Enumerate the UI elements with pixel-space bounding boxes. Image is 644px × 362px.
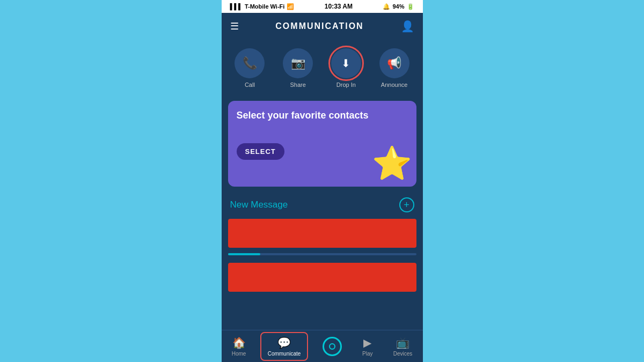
svg-point-0	[330, 344, 335, 349]
announce-label: Announce	[381, 82, 408, 88]
content-area: Select your favorite contacts SELECT ⭐ N…	[222, 94, 423, 330]
announce-action[interactable]: 📢 Announce	[379, 48, 409, 88]
bottom-nav: 🏠 Home 💬 Communicate ▶ Play 📺 Devices	[222, 330, 423, 362]
actions-row: 📞 Call 📷 Share ⬇ Drop In 📢 Announce	[222, 40, 423, 94]
star-character: ⭐	[372, 144, 412, 182]
time-display: 10:33 AM	[325, 3, 353, 10]
page-title: COMMUNICATION	[239, 21, 401, 31]
home-icon: 🏠	[232, 336, 246, 349]
share-label: Share	[290, 82, 305, 88]
nav-devices[interactable]: 📺 Devices	[387, 333, 419, 360]
call-label: Call	[245, 82, 255, 88]
alarm-icon: 🔔	[383, 3, 390, 10]
communicate-label: Communicate	[268, 351, 301, 357]
nav-communicate[interactable]: 💬 Communicate	[260, 332, 309, 361]
communicate-icon: 💬	[277, 336, 291, 349]
nav-alexa[interactable]	[316, 334, 348, 359]
dropin-icon: ⬇	[341, 57, 350, 70]
plus-icon: +	[404, 200, 409, 211]
signal-icon: ▌▌▌	[230, 3, 243, 10]
call-button[interactable]: 📞	[235, 48, 265, 78]
status-left: ▌▌▌ T-Mobile Wi-Fi 📶	[230, 3, 295, 10]
play-label: Play	[362, 351, 372, 357]
new-message-button[interactable]: +	[399, 197, 414, 212]
call-action[interactable]: 📞 Call	[235, 48, 265, 88]
profile-icon[interactable]: 👤	[401, 20, 414, 33]
play-icon: ▶	[363, 336, 371, 349]
scroll-bar	[228, 253, 416, 255]
announce-button[interactable]: 📢	[379, 48, 409, 78]
new-message-row: New Message +	[222, 193, 423, 217]
nav-home[interactable]: 🏠 Home	[225, 333, 253, 360]
devices-icon: 📺	[396, 336, 409, 349]
wifi-icon: 📶	[287, 3, 294, 10]
call-icon: 📞	[243, 56, 257, 70]
nav-play[interactable]: ▶ Play	[356, 333, 379, 360]
menu-icon[interactable]: ☰	[230, 20, 239, 32]
dropin-button[interactable]: ⬇	[331, 48, 361, 78]
status-bar: ▌▌▌ T-Mobile Wi-Fi 📶 10:33 AM 🔔 94% 🔋	[222, 0, 423, 13]
favorites-card: Select your favorite contacts SELECT ⭐	[228, 101, 416, 187]
select-button[interactable]: SELECT	[237, 143, 284, 160]
alexa-ring-icon	[323, 337, 342, 356]
dropin-label: Drop In	[336, 82, 356, 88]
devices-label: Devices	[393, 351, 413, 357]
carrier-label: T-Mobile Wi-Fi	[245, 3, 284, 10]
new-message-label: New Message	[230, 200, 288, 210]
announce-icon: 📢	[387, 56, 401, 70]
status-right: 🔔 94% 🔋	[383, 3, 414, 10]
dropin-action[interactable]: ⬇ Drop In	[331, 48, 361, 88]
scroll-indicator	[228, 253, 260, 255]
message-item-1[interactable]	[228, 219, 416, 248]
header: ☰ COMMUNICATION 👤	[222, 13, 423, 40]
home-label: Home	[232, 351, 246, 357]
favorites-title: Select your favorite contacts	[237, 109, 408, 122]
phone-screen: ▌▌▌ T-Mobile Wi-Fi 📶 10:33 AM 🔔 94% 🔋 ☰ …	[222, 0, 423, 362]
battery-label: 94%	[392, 3, 404, 10]
share-button[interactable]: 📷	[283, 48, 313, 78]
share-action[interactable]: 📷 Share	[283, 48, 313, 88]
battery-icon: 🔋	[407, 3, 414, 10]
share-icon: 📷	[291, 56, 305, 70]
message-item-2[interactable]	[228, 263, 416, 292]
